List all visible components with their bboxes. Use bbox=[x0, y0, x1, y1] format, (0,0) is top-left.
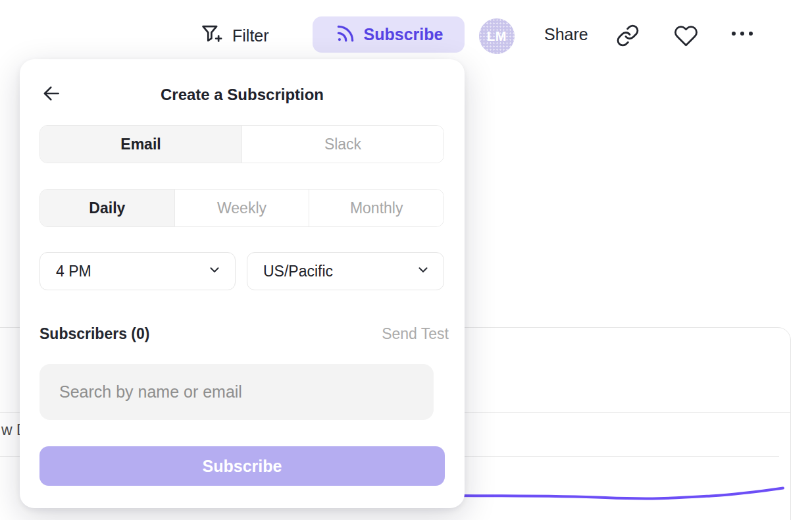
subscribe-submit-button[interactable]: Subscribe bbox=[39, 446, 445, 486]
subscribe-label: Subscribe bbox=[364, 25, 444, 44]
share-button[interactable]: Share bbox=[544, 25, 588, 44]
heart-icon bbox=[674, 24, 698, 51]
create-subscription-modal: Create a Subscription Email Slack Daily … bbox=[20, 59, 465, 508]
time-select[interactable]: 4 PM bbox=[39, 252, 236, 290]
channel-tabs: Email Slack bbox=[39, 125, 444, 163]
subscribers-count-label: Subscribers (0) bbox=[39, 325, 149, 343]
timezone-select[interactable]: US/Pacific bbox=[247, 252, 444, 290]
time-select-value: 4 PM bbox=[56, 263, 91, 280]
link-icon bbox=[616, 24, 640, 50]
timezone-select-value: US/Pacific bbox=[263, 263, 333, 280]
subscriber-search bbox=[39, 364, 434, 420]
ellipsis-icon bbox=[732, 32, 753, 36]
send-test-button[interactable]: Send Test bbox=[382, 325, 449, 343]
favorite-button[interactable] bbox=[674, 24, 698, 51]
copy-link-button[interactable] bbox=[616, 24, 640, 50]
tab-monthly[interactable]: Monthly bbox=[309, 190, 444, 226]
subscriber-search-input[interactable] bbox=[39, 382, 434, 402]
modal-title: Create a Subscription bbox=[20, 86, 465, 104]
avatar-initials: LM bbox=[487, 29, 507, 44]
tab-weekly[interactable]: Weekly bbox=[175, 190, 310, 226]
rss-icon bbox=[334, 22, 357, 47]
filter-plus-icon bbox=[199, 22, 224, 49]
filter-label: Filter bbox=[232, 26, 269, 45]
chevron-down-icon bbox=[207, 263, 222, 280]
tab-daily[interactable]: Daily bbox=[40, 190, 175, 226]
frequency-tabs: Daily Weekly Monthly bbox=[39, 189, 444, 227]
screen: w D Filter Subscribe LM Share bbox=[0, 0, 812, 520]
subscribe-toolbar-button[interactable]: Subscribe bbox=[313, 16, 465, 53]
tab-email[interactable]: Email bbox=[40, 126, 242, 163]
share-label: Share bbox=[544, 25, 588, 44]
more-options-button[interactable] bbox=[732, 32, 753, 36]
avatar[interactable]: LM bbox=[479, 18, 515, 54]
chevron-down-icon bbox=[416, 263, 430, 280]
tab-slack[interactable]: Slack bbox=[242, 126, 444, 163]
filter-button[interactable]: Filter bbox=[199, 22, 269, 49]
